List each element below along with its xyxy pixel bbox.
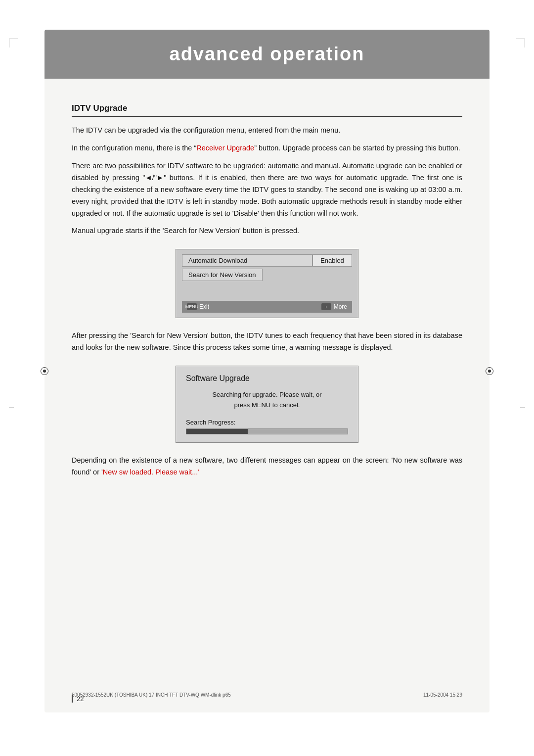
footer-right: 11-05-2004 15:29: [423, 692, 462, 698]
info-icon: i: [321, 303, 331, 310]
ui-footer-more: i More: [321, 303, 347, 310]
ui-footer: MENU Exit i More: [182, 301, 352, 313]
page-container: advanced operation IDTV Upgrade The IDTV…: [0, 30, 534, 756]
paragraph-after-box2-red: New sw loaded. Please wait...': [103, 468, 199, 476]
paragraph-after-box1: After pressing the 'Search for New Versi…: [72, 330, 462, 354]
center-tick-right: [520, 408, 525, 408]
progress-track: [186, 428, 348, 434]
corner-mark-top-right: [516, 39, 525, 47]
header-banner: advanced operation: [44, 30, 490, 79]
target-mark-right: [486, 367, 493, 375]
paragraph-1: The IDTV can be upgraded via the configu…: [72, 125, 462, 137]
progress-label: Search Progress:: [186, 419, 348, 426]
receiver-upgrade-link: Receiver Upgrade: [196, 144, 254, 152]
section-title: IDTV Upgrade: [72, 103, 462, 117]
message-line2: press MENU to cancel.: [234, 401, 300, 409]
footer-left: 50052932-1552UK (TOSHIBA UK) 17 INCH TFT…: [72, 692, 231, 698]
message-line1: Searching for upgrade. Please wait, or: [212, 391, 321, 398]
more-label: More: [334, 303, 347, 310]
target-mark-left: [41, 367, 48, 375]
ui-label-search-new-version: Search for New Version: [182, 269, 263, 281]
content-area: advanced operation IDTV Upgrade The IDTV…: [44, 30, 490, 712]
ui-footer-exit: MENU Exit: [187, 303, 209, 310]
ui-row-automatic-download: Automatic Download Enabled: [182, 254, 352, 267]
paragraph-2: In the configuration menu, there is the …: [72, 142, 462, 154]
ui-spacer: [182, 283, 352, 298]
software-upgrade-title: Software Upgrade: [186, 374, 348, 383]
ui-screenshot-1: Automatic Download Enabled Search for Ne…: [176, 249, 358, 318]
footer-line: 50052932-1552UK (TOSHIBA UK) 17 INCH TFT…: [72, 692, 462, 698]
main-content: IDTV Upgrade The IDTV can be upgraded vi…: [44, 103, 490, 478]
corner-mark-top-left: [9, 39, 18, 47]
page-title: advanced operation: [64, 44, 470, 65]
paragraph-4: Manual upgrade starts if the 'Search for…: [72, 225, 462, 237]
ui-label-automatic-download: Automatic Download: [182, 254, 312, 267]
ui-value-enabled: Enabled: [312, 254, 352, 267]
progress-bar: [186, 429, 248, 434]
ui-screenshot-2: Software Upgrade Searching for upgrade. …: [176, 366, 358, 443]
upgrade-message: Searching for upgrade. Please wait, or p…: [186, 390, 348, 411]
center-tick-left: [9, 408, 14, 408]
menu-icon: MENU: [187, 303, 197, 310]
paragraph-3: There are two possibilities for IDTV sof…: [72, 160, 462, 220]
exit-label: Exit: [199, 303, 209, 310]
paragraph-after-box2: Depending on the existence of a new soft…: [72, 455, 462, 478]
